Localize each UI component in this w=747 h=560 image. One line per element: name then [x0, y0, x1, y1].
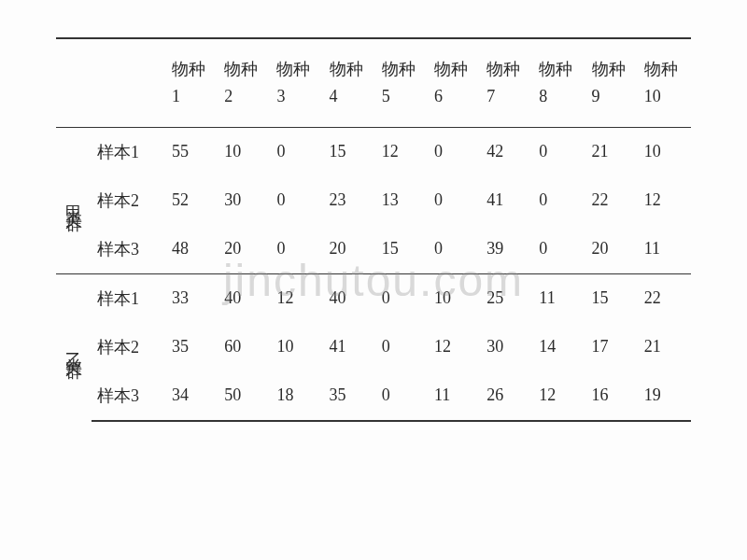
- group-a-body: 甲类群 样本1 55 10 0 15 12 0 42 0 21 10 样本2 5…: [56, 127, 691, 273]
- cell: 0: [271, 225, 323, 274]
- cell: 0: [376, 323, 429, 371]
- cell: 60: [218, 323, 271, 371]
- cell: 18: [271, 371, 323, 421]
- cell: 0: [376, 273, 429, 323]
- cell: 34: [166, 371, 218, 421]
- sample-label: 样本2: [92, 323, 166, 371]
- col-species-9: 物种9: [586, 38, 639, 127]
- cell: 52: [166, 176, 218, 225]
- cell: 15: [376, 225, 429, 274]
- cell: 0: [533, 225, 585, 274]
- cell: 0: [429, 127, 481, 176]
- cell: 10: [218, 127, 271, 176]
- cell: 0: [271, 127, 323, 176]
- col-species-10: 物种10: [639, 38, 691, 127]
- col-species-5: 物种5: [376, 38, 429, 127]
- cell: 35: [166, 323, 218, 371]
- cell: 25: [481, 273, 533, 323]
- table-header-row: 物种1 物种2 物种3 物种4 物种5 物种6 物种7 物种8 物种9 物种10: [56, 38, 691, 127]
- table-row: 乙类群 样本1 33 40 12 40 0 10 25 11 15 22: [56, 273, 691, 323]
- sample-label: 样本2: [92, 176, 166, 225]
- cell: 12: [376, 127, 429, 176]
- sample-label: 样本3: [92, 225, 166, 274]
- cell: 12: [271, 273, 323, 323]
- cell: 0: [271, 176, 323, 225]
- cell: 41: [481, 176, 533, 225]
- cell: 42: [481, 127, 533, 176]
- col-species-3: 物种3: [271, 38, 323, 127]
- cell: 55: [166, 127, 218, 176]
- cell: 12: [533, 371, 585, 421]
- cell: 20: [324, 225, 376, 274]
- cell: 30: [481, 323, 533, 371]
- cell: 22: [639, 273, 691, 323]
- cell: 20: [586, 225, 639, 274]
- col-species-4: 物种4: [324, 38, 376, 127]
- col-species-6: 物种6: [429, 38, 481, 127]
- cell: 21: [586, 127, 639, 176]
- cell: 13: [376, 176, 429, 225]
- cell: 15: [324, 127, 376, 176]
- col-species-2: 物种2: [218, 38, 271, 127]
- cell: 16: [586, 371, 639, 421]
- cell: 0: [533, 127, 585, 176]
- cell: 12: [639, 176, 691, 225]
- cell: 10: [271, 323, 323, 371]
- col-species-8: 物种8: [533, 38, 585, 127]
- cell: 0: [533, 176, 585, 225]
- table-row: 样本3 48 20 0 20 15 0 39 0 20 11: [56, 225, 691, 274]
- cell: 10: [429, 273, 481, 323]
- table-row: 样本2 52 30 0 23 13 0 41 0 22 12: [56, 176, 691, 225]
- col-species-1: 物种1: [166, 38, 218, 127]
- cell: 21: [639, 323, 691, 371]
- sample-label: 样本3: [92, 371, 166, 421]
- header-blank-sample: [92, 38, 166, 127]
- cell: 11: [429, 371, 481, 421]
- cell: 33: [166, 273, 218, 323]
- cell: 48: [166, 225, 218, 274]
- cell: 19: [639, 371, 691, 421]
- cell: 20: [218, 225, 271, 274]
- cell: 22: [586, 176, 639, 225]
- cell: 0: [429, 176, 481, 225]
- cell: 23: [324, 176, 376, 225]
- cell: 40: [324, 273, 376, 323]
- table-row: 样本2 35 60 10 41 0 12 30 14 17 21: [56, 323, 691, 371]
- table-row: 样本3 34 50 18 35 0 11 26 12 16 19: [56, 371, 691, 421]
- table-row: 甲类群 样本1 55 10 0 15 12 0 42 0 21 10: [56, 127, 691, 176]
- cell: 35: [324, 371, 376, 421]
- cell: 40: [218, 273, 271, 323]
- cell: 11: [639, 225, 691, 274]
- cell: 15: [586, 273, 639, 323]
- cell: 12: [429, 323, 481, 371]
- cell: 39: [481, 225, 533, 274]
- group-b-label: 乙类群: [56, 273, 92, 421]
- species-data-table: 物种1 物种2 物种3 物种4 物种5 物种6 物种7 物种8 物种9 物种10…: [56, 37, 691, 422]
- sample-label: 样本1: [92, 127, 166, 176]
- cell: 30: [218, 176, 271, 225]
- cell: 41: [324, 323, 376, 371]
- cell: 14: [533, 323, 585, 371]
- group-a-label: 甲类群: [56, 127, 92, 273]
- sample-label: 样本1: [92, 273, 166, 323]
- cell: 26: [481, 371, 533, 421]
- cell: 10: [639, 127, 691, 176]
- cell: 50: [218, 371, 271, 421]
- cell: 0: [376, 371, 429, 421]
- group-b-body: 乙类群 样本1 33 40 12 40 0 10 25 11 15 22 样本2…: [56, 273, 691, 421]
- cell: 0: [429, 225, 481, 274]
- col-species-7: 物种7: [481, 38, 533, 127]
- header-blank-group: [56, 38, 92, 127]
- cell: 11: [533, 273, 585, 323]
- cell: 17: [586, 323, 639, 371]
